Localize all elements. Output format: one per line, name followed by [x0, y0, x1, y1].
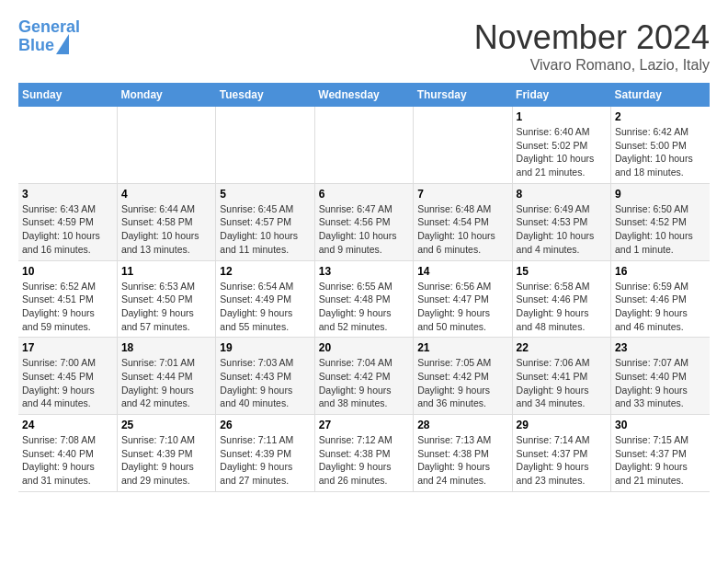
calendar-cell: 18Sunrise: 7:01 AM Sunset: 4:44 PM Dayli…	[117, 338, 215, 415]
day-info: Sunrise: 6:50 AM Sunset: 4:52 PM Dayligh…	[615, 202, 706, 257]
day-info: Sunrise: 6:48 AM Sunset: 4:54 PM Dayligh…	[417, 202, 507, 257]
calendar-cell: 24Sunrise: 7:08 AM Sunset: 4:40 PM Dayli…	[18, 415, 117, 492]
calendar-cell: 19Sunrise: 7:03 AM Sunset: 4:43 PM Dayli…	[216, 338, 314, 415]
day-info: Sunrise: 6:55 AM Sunset: 4:48 PM Dayligh…	[319, 280, 409, 334]
day-info: Sunrise: 7:08 AM Sunset: 4:40 PM Dayligh…	[22, 433, 113, 488]
day-number: 5	[220, 188, 310, 201]
calendar-cell: 25Sunrise: 7:10 AM Sunset: 4:39 PM Dayli…	[117, 415, 215, 492]
day-number: 8	[517, 188, 607, 201]
calendar-cell	[216, 107, 314, 183]
column-header-thursday: Thursday	[414, 83, 512, 107]
day-info: Sunrise: 7:14 AM Sunset: 4:37 PM Dayligh…	[517, 433, 607, 488]
day-info: Sunrise: 6:43 AM Sunset: 4:59 PM Dayligh…	[22, 202, 113, 257]
day-number: 13	[319, 265, 409, 278]
calendar-cell: 6Sunrise: 6:47 AM Sunset: 4:56 PM Daylig…	[314, 183, 413, 260]
day-number: 4	[121, 188, 211, 201]
logo-blue: Blue	[18, 37, 54, 55]
day-number: 27	[319, 419, 409, 431]
day-info: Sunrise: 6:59 AM Sunset: 4:46 PM Dayligh…	[615, 280, 706, 334]
calendar-week-row: 17Sunrise: 7:00 AM Sunset: 4:45 PM Dayli…	[18, 338, 710, 415]
location: Vivaro Romano, Lazio, Italy	[474, 57, 710, 74]
calendar-cell: 9Sunrise: 6:50 AM Sunset: 4:52 PM Daylig…	[611, 183, 710, 260]
calendar-cell: 21Sunrise: 7:05 AM Sunset: 4:42 PM Dayli…	[414, 338, 512, 415]
calendar-cell: 20Sunrise: 7:04 AM Sunset: 4:42 PM Dayli…	[314, 338, 413, 415]
calendar-week-row: 3Sunrise: 6:43 AM Sunset: 4:59 PM Daylig…	[18, 183, 710, 260]
calendar-cell: 30Sunrise: 7:15 AM Sunset: 4:37 PM Dayli…	[611, 415, 710, 492]
day-info: Sunrise: 6:42 AM Sunset: 5:00 PM Dayligh…	[615, 125, 706, 179]
day-number: 25	[121, 419, 211, 431]
calendar-cell: 1Sunrise: 6:40 AM Sunset: 5:02 PM Daylig…	[512, 107, 610, 183]
day-number: 29	[517, 419, 607, 431]
calendar-week-row: 1Sunrise: 6:40 AM Sunset: 5:02 PM Daylig…	[18, 107, 710, 183]
logo-general: General	[18, 17, 80, 36]
day-info: Sunrise: 7:11 AM Sunset: 4:39 PM Dayligh…	[220, 433, 310, 488]
day-number: 24	[22, 419, 113, 431]
logo: General Blue	[18, 18, 80, 55]
calendar-week-row: 10Sunrise: 6:52 AM Sunset: 4:51 PM Dayli…	[18, 260, 710, 338]
day-info: Sunrise: 6:45 AM Sunset: 4:57 PM Dayligh…	[220, 202, 310, 257]
calendar-cell: 15Sunrise: 6:58 AM Sunset: 4:46 PM Dayli…	[512, 260, 610, 338]
day-info: Sunrise: 7:13 AM Sunset: 4:38 PM Dayligh…	[417, 433, 507, 488]
calendar-cell: 16Sunrise: 6:59 AM Sunset: 4:46 PM Dayli…	[611, 260, 710, 338]
calendar-cell: 29Sunrise: 7:14 AM Sunset: 4:37 PM Dayli…	[512, 415, 610, 492]
day-number: 23	[615, 341, 706, 354]
day-info: Sunrise: 7:04 AM Sunset: 4:42 PM Dayligh…	[319, 356, 409, 410]
page-header: General Blue November 2024 Vivaro Romano…	[18, 18, 710, 74]
day-number: 14	[417, 265, 507, 278]
logo-triangle-icon	[56, 34, 69, 54]
day-number: 30	[615, 419, 706, 431]
day-info: Sunrise: 6:58 AM Sunset: 4:46 PM Dayligh…	[517, 280, 607, 334]
day-number: 11	[121, 265, 211, 278]
column-header-tuesday: Tuesday	[216, 83, 314, 107]
day-info: Sunrise: 7:12 AM Sunset: 4:38 PM Dayligh…	[319, 433, 409, 488]
day-number: 22	[517, 341, 607, 354]
day-info: Sunrise: 7:05 AM Sunset: 4:42 PM Dayligh…	[417, 356, 507, 410]
calendar-cell: 26Sunrise: 7:11 AM Sunset: 4:39 PM Dayli…	[216, 415, 314, 492]
day-info: Sunrise: 6:53 AM Sunset: 4:50 PM Dayligh…	[121, 280, 211, 334]
day-number: 7	[417, 188, 507, 201]
calendar-header-row: SundayMondayTuesdayWednesdayThursdayFrid…	[18, 83, 710, 107]
day-info: Sunrise: 7:00 AM Sunset: 4:45 PM Dayligh…	[22, 356, 113, 410]
day-info: Sunrise: 6:40 AM Sunset: 5:02 PM Dayligh…	[517, 125, 607, 179]
calendar-cell: 10Sunrise: 6:52 AM Sunset: 4:51 PM Dayli…	[18, 260, 117, 338]
calendar-cell: 3Sunrise: 6:43 AM Sunset: 4:59 PM Daylig…	[18, 183, 117, 260]
calendar-cell: 13Sunrise: 6:55 AM Sunset: 4:48 PM Dayli…	[314, 260, 413, 338]
calendar-cell	[314, 107, 413, 183]
calendar-cell: 12Sunrise: 6:54 AM Sunset: 4:49 PM Dayli…	[216, 260, 314, 338]
column-header-monday: Monday	[117, 83, 215, 107]
calendar-cell: 7Sunrise: 6:48 AM Sunset: 4:54 PM Daylig…	[414, 183, 512, 260]
day-number: 20	[319, 341, 409, 354]
column-header-saturday: Saturday	[611, 83, 710, 107]
day-number: 3	[22, 188, 113, 201]
day-number: 2	[615, 110, 706, 123]
day-number: 18	[121, 341, 211, 354]
day-number: 19	[220, 341, 310, 354]
calendar-cell: 4Sunrise: 6:44 AM Sunset: 4:58 PM Daylig…	[117, 183, 215, 260]
day-number: 28	[417, 419, 507, 431]
day-number: 17	[22, 341, 113, 354]
day-number: 12	[220, 265, 310, 278]
day-info: Sunrise: 7:01 AM Sunset: 4:44 PM Dayligh…	[121, 356, 211, 410]
calendar-cell	[414, 107, 512, 183]
day-info: Sunrise: 6:44 AM Sunset: 4:58 PM Dayligh…	[121, 202, 211, 257]
column-header-wednesday: Wednesday	[314, 83, 413, 107]
column-header-friday: Friday	[512, 83, 610, 107]
day-info: Sunrise: 7:10 AM Sunset: 4:39 PM Dayligh…	[121, 433, 211, 488]
calendar-cell: 23Sunrise: 7:07 AM Sunset: 4:40 PM Dayli…	[611, 338, 710, 415]
calendar-cell: 11Sunrise: 6:53 AM Sunset: 4:50 PM Dayli…	[117, 260, 215, 338]
column-header-sunday: Sunday	[18, 83, 117, 107]
day-info: Sunrise: 6:52 AM Sunset: 4:51 PM Dayligh…	[22, 280, 113, 334]
calendar-table: SundayMondayTuesdayWednesdayThursdayFrid…	[18, 83, 710, 492]
day-number: 26	[220, 419, 310, 431]
title-block: November 2024 Vivaro Romano, Lazio, Ital…	[474, 18, 710, 74]
day-number: 21	[417, 341, 507, 354]
calendar-cell	[117, 107, 215, 183]
month-title: November 2024	[474, 18, 710, 57]
calendar-cell: 17Sunrise: 7:00 AM Sunset: 4:45 PM Dayli…	[18, 338, 117, 415]
day-info: Sunrise: 6:47 AM Sunset: 4:56 PM Dayligh…	[319, 202, 409, 257]
day-info: Sunrise: 7:03 AM Sunset: 4:43 PM Dayligh…	[220, 356, 310, 410]
calendar-cell: 8Sunrise: 6:49 AM Sunset: 4:53 PM Daylig…	[512, 183, 610, 260]
day-number: 10	[22, 265, 113, 278]
day-info: Sunrise: 6:54 AM Sunset: 4:49 PM Dayligh…	[220, 280, 310, 334]
calendar-cell: 14Sunrise: 6:56 AM Sunset: 4:47 PM Dayli…	[414, 260, 512, 338]
